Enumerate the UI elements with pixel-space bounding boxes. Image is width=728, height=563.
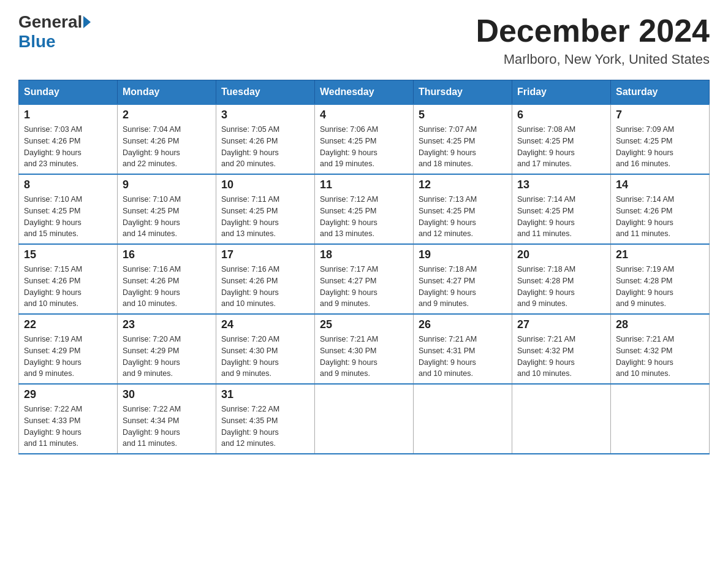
day-number: 7 [616,109,704,121]
calendar-week-row: 15Sunrise: 7:15 AMSunset: 4:26 PMDayligh… [19,244,710,314]
day-info: Sunrise: 7:11 AMSunset: 4:25 PMDaylight:… [221,194,309,240]
calendar-week-row: 29Sunrise: 7:22 AMSunset: 4:33 PMDayligh… [19,384,710,454]
calendar-cell [512,384,611,454]
calendar-cell: 31Sunrise: 7:22 AMSunset: 4:35 PMDayligh… [216,384,315,454]
day-info: Sunrise: 7:14 AMSunset: 4:25 PMDaylight:… [517,194,605,240]
calendar-cell: 17Sunrise: 7:16 AMSunset: 4:26 PMDayligh… [216,244,315,314]
calendar-cell: 7Sunrise: 7:09 AMSunset: 4:25 PMDaylight… [611,104,710,174]
day-info: Sunrise: 7:08 AMSunset: 4:25 PMDaylight:… [517,124,605,170]
day-info: Sunrise: 7:16 AMSunset: 4:26 PMDaylight:… [123,264,211,310]
calendar-cell: 21Sunrise: 7:19 AMSunset: 4:28 PMDayligh… [611,244,710,314]
calendar-week-row: 1Sunrise: 7:03 AMSunset: 4:26 PMDaylight… [19,104,710,174]
calendar-cell: 26Sunrise: 7:21 AMSunset: 4:31 PMDayligh… [414,314,512,384]
calendar-cell: 10Sunrise: 7:11 AMSunset: 4:25 PMDayligh… [216,174,315,244]
day-header-tuesday: Tuesday [216,80,315,105]
calendar-cell: 16Sunrise: 7:16 AMSunset: 4:26 PMDayligh… [118,244,216,314]
day-number: 17 [221,248,309,261]
day-number: 16 [123,248,211,261]
day-info: Sunrise: 7:06 AMSunset: 4:25 PMDaylight:… [320,124,408,170]
calendar-cell: 6Sunrise: 7:08 AMSunset: 4:25 PMDaylight… [512,104,611,174]
day-info: Sunrise: 7:22 AMSunset: 4:34 PMDaylight:… [123,404,211,450]
calendar-cell: 24Sunrise: 7:20 AMSunset: 4:30 PMDayligh… [216,314,315,384]
day-header-friday: Friday [512,80,611,105]
calendar-cell: 28Sunrise: 7:21 AMSunset: 4:32 PMDayligh… [611,314,710,384]
calendar-cell: 23Sunrise: 7:20 AMSunset: 4:29 PMDayligh… [118,314,216,384]
day-number: 8 [24,178,112,191]
calendar-header-row: SundayMondayTuesdayWednesdayThursdayFrid… [19,80,710,105]
calendar-cell: 12Sunrise: 7:13 AMSunset: 4:25 PMDayligh… [414,174,512,244]
logo: General Blue [18,12,92,52]
day-info: Sunrise: 7:12 AMSunset: 4:25 PMDaylight:… [320,194,408,240]
location: Marlboro, New York, United States [476,52,710,67]
calendar-cell [315,384,414,454]
day-number: 25 [320,318,408,331]
logo-blue-part [82,16,92,28]
calendar-cell: 2Sunrise: 7:04 AMSunset: 4:26 PMDaylight… [118,104,216,174]
day-number: 22 [24,318,112,331]
calendar-cell: 13Sunrise: 7:14 AMSunset: 4:25 PMDayligh… [512,174,611,244]
day-info: Sunrise: 7:20 AMSunset: 4:29 PMDaylight:… [123,334,211,380]
logo-triangle-icon [83,16,91,28]
day-info: Sunrise: 7:21 AMSunset: 4:30 PMDaylight:… [320,334,408,380]
calendar-week-row: 8Sunrise: 7:10 AMSunset: 4:25 PMDaylight… [19,174,710,244]
day-number: 10 [221,178,309,191]
day-header-saturday: Saturday [611,80,710,105]
day-number: 2 [123,109,211,121]
day-header-thursday: Thursday [414,80,512,105]
day-info: Sunrise: 7:09 AMSunset: 4:25 PMDaylight:… [616,124,704,170]
day-info: Sunrise: 7:19 AMSunset: 4:28 PMDaylight:… [616,264,704,310]
page-header: General Blue December 2024 Marlboro, New… [18,12,710,67]
day-number: 6 [517,109,605,121]
day-header-sunday: Sunday [19,80,118,105]
day-number: 9 [123,178,211,191]
day-info: Sunrise: 7:20 AMSunset: 4:30 PMDaylight:… [221,334,309,380]
calendar-cell: 22Sunrise: 7:19 AMSunset: 4:29 PMDayligh… [19,314,118,384]
calendar-cell: 29Sunrise: 7:22 AMSunset: 4:33 PMDayligh… [19,384,118,454]
day-number: 11 [320,178,408,191]
day-number: 1 [24,109,112,121]
day-number: 30 [123,388,211,401]
day-number: 31 [221,388,309,401]
logo-blue-text: Blue [18,32,56,52]
day-header-monday: Monday [118,80,216,105]
calendar-cell: 30Sunrise: 7:22 AMSunset: 4:34 PMDayligh… [118,384,216,454]
day-number: 4 [320,109,408,121]
day-number: 5 [419,109,507,121]
calendar-cell: 18Sunrise: 7:17 AMSunset: 4:27 PMDayligh… [315,244,414,314]
calendar-cell: 9Sunrise: 7:10 AMSunset: 4:25 PMDaylight… [118,174,216,244]
day-info: Sunrise: 7:10 AMSunset: 4:25 PMDaylight:… [123,194,211,240]
calendar-cell [414,384,512,454]
day-number: 21 [616,248,704,261]
day-info: Sunrise: 7:15 AMSunset: 4:26 PMDaylight:… [24,264,112,310]
day-info: Sunrise: 7:03 AMSunset: 4:26 PMDaylight:… [24,124,112,170]
calendar-cell: 15Sunrise: 7:15 AMSunset: 4:26 PMDayligh… [19,244,118,314]
day-number: 26 [419,318,507,331]
calendar-cell [611,384,710,454]
day-number: 28 [616,318,704,331]
day-info: Sunrise: 7:17 AMSunset: 4:27 PMDaylight:… [320,264,408,310]
calendar-table: SundayMondayTuesdayWednesdayThursdayFrid… [18,80,710,454]
day-info: Sunrise: 7:21 AMSunset: 4:32 PMDaylight:… [616,334,704,380]
calendar-cell: 1Sunrise: 7:03 AMSunset: 4:26 PMDaylight… [19,104,118,174]
day-number: 29 [24,388,112,401]
day-header-wednesday: Wednesday [315,80,414,105]
logo-general-text: General [18,12,82,32]
day-number: 20 [517,248,605,261]
month-title: December 2024 [476,12,710,49]
day-info: Sunrise: 7:21 AMSunset: 4:32 PMDaylight:… [517,334,605,380]
day-info: Sunrise: 7:04 AMSunset: 4:26 PMDaylight:… [123,124,211,170]
day-info: Sunrise: 7:16 AMSunset: 4:26 PMDaylight:… [221,264,309,310]
day-number: 15 [24,248,112,261]
calendar-cell: 5Sunrise: 7:07 AMSunset: 4:25 PMDaylight… [414,104,512,174]
day-info: Sunrise: 7:10 AMSunset: 4:25 PMDaylight:… [24,194,112,240]
calendar-cell: 27Sunrise: 7:21 AMSunset: 4:32 PMDayligh… [512,314,611,384]
title-section: December 2024 Marlboro, New York, United… [476,12,710,67]
day-info: Sunrise: 7:19 AMSunset: 4:29 PMDaylight:… [24,334,112,380]
day-info: Sunrise: 7:13 AMSunset: 4:25 PMDaylight:… [419,194,507,240]
day-number: 23 [123,318,211,331]
calendar-cell: 20Sunrise: 7:18 AMSunset: 4:28 PMDayligh… [512,244,611,314]
day-number: 19 [419,248,507,261]
day-info: Sunrise: 7:07 AMSunset: 4:25 PMDaylight:… [419,124,507,170]
day-info: Sunrise: 7:22 AMSunset: 4:35 PMDaylight:… [221,404,309,450]
calendar-cell: 3Sunrise: 7:05 AMSunset: 4:26 PMDaylight… [216,104,315,174]
